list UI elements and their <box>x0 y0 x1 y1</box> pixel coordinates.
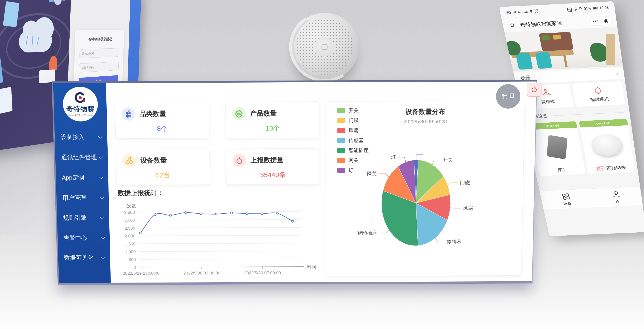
sidebar-item-label: 通讯组件管理 <box>61 153 97 161</box>
sidebar-item-label: 规则引擎 <box>63 214 87 222</box>
more-icon[interactable]: ••• <box>592 19 599 24</box>
svg-text:1,500: 1,500 <box>125 242 136 246</box>
svg-text:500: 500 <box>129 257 136 262</box>
status-time: 12:08 <box>599 6 609 10</box>
battery-percent: 91% <box>584 7 592 11</box>
satellite-icon <box>49 0 65 8</box>
chevron-right-icon: › <box>616 70 619 77</box>
sidebar-item-4[interactable]: 用户管理 <box>56 192 109 204</box>
stat-card: 产品数量13个 <box>226 102 320 138</box>
sim2-label: 4G <box>517 10 523 14</box>
pear-icon <box>232 154 246 167</box>
stat-card-head: 产品数量 <box>232 107 313 120</box>
stat-card-head: 上报数据量 <box>232 153 313 167</box>
signal-icon <box>512 10 516 15</box>
chevron-down-icon <box>101 255 105 259</box>
miniapp-title: 奇特物联智能家居 <box>520 18 590 28</box>
legend-label: 门磁 <box>349 117 359 124</box>
manage-badge[interactable]: 管理 <box>496 84 520 109</box>
svg-text:2,500: 2,500 <box>124 226 135 230</box>
chevron-down-icon <box>100 215 104 219</box>
svg-text:2022/5/29 23:00:00: 2022/5/29 23:00:00 <box>123 271 160 276</box>
device-card[interactable]: ONLINE阳台家庭网关 <box>579 119 635 174</box>
stat-card-head: 品类数量 <box>122 107 203 121</box>
brand-logo: 奇特物聯 IOTKIT <box>62 87 98 122</box>
power-icon <box>532 87 537 92</box>
stat-card-value: 13个 <box>232 124 313 133</box>
alarm-icon <box>573 7 577 12</box>
stat-card: 上报数据量35440条 <box>226 148 320 185</box>
tab-我[interactable]: 我 <box>590 187 643 207</box>
sidebar-item-5[interactable]: 规则引擎 <box>57 212 110 224</box>
svg-text:0: 0 <box>134 265 136 270</box>
line-chart-title: 数据上报统计： <box>118 188 164 198</box>
bell-icon <box>592 86 604 95</box>
tab-设备[interactable]: 设备 <box>540 189 593 210</box>
server-illustration <box>0 87 12 118</box>
sidebar-item-label: 用户管理 <box>62 194 86 202</box>
pie-label-风扇: 风扇 <box>463 205 473 211</box>
line-chart: 05001,0001,5002,0002,5003,0003,500次数时间20… <box>113 200 320 282</box>
gateway-device <box>590 133 624 156</box>
desk-illustration <box>39 70 56 83</box>
miniapp-capsule[interactable]: ••• ◉ <box>588 16 612 26</box>
stat-card-value: 8个 <box>122 124 203 134</box>
svg-text:次数: 次数 <box>127 203 136 208</box>
sidebar-item-7[interactable]: 数据可见化 <box>58 252 110 264</box>
logo-glyph-icon <box>74 92 86 104</box>
svg-text:时间: 时间 <box>307 264 316 269</box>
legend-item-门磁[interactable]: 门磁 <box>337 117 369 124</box>
pie-label-智能插座: 智能插座 <box>357 230 377 236</box>
battery-icon <box>592 6 598 10</box>
stat-card: 设备数量52台 <box>116 149 210 185</box>
cloud-icon <box>18 30 52 53</box>
chevron-down-icon <box>101 235 105 239</box>
home-icon <box>509 23 516 28</box>
sidebar-item-3[interactable]: App定制 <box>56 172 108 184</box>
sidebar-item-label: 告警中心 <box>64 234 87 242</box>
wifi-icon <box>529 10 534 14</box>
sidebar-item-6[interactable]: 告警中心 <box>58 232 110 244</box>
pie-label-灯: 灯 <box>391 154 396 160</box>
stat-card-head: 设备数量 <box>122 154 203 167</box>
close-circle-icon[interactable]: ◉ <box>604 18 609 23</box>
power-button[interactable] <box>527 83 542 97</box>
stat-card-value: 35440条 <box>233 170 313 180</box>
logo-title: 奇特物聯 <box>66 104 95 113</box>
svg-text:2022/5/30 03:00:00: 2022/5/30 03:00:00 <box>184 270 220 275</box>
device-label-row: 阳台家庭网关 <box>587 162 635 174</box>
password-input[interactable] <box>79 62 118 73</box>
plug-image <box>530 128 584 166</box>
sidebar-item-2[interactable]: 通讯组件管理 <box>55 151 108 163</box>
pie-label-网关: 网关 <box>367 171 377 177</box>
composite-scene: 奇特物联登录授权 登录 4G 4G 1.9K/s N <box>0 0 644 329</box>
logo-subtitle: IOTKIT <box>68 114 93 117</box>
svg-text:1,000: 1,000 <box>125 249 136 254</box>
speaker-logo <box>322 44 328 50</box>
sidebar-item-1[interactable]: 设备接入 <box>54 131 107 143</box>
legend-label: 开关 <box>349 107 359 114</box>
svg-text:3,500: 3,500 <box>124 210 135 215</box>
device-label-row: 座1 <box>537 164 586 176</box>
mode-button-2[interactable]: 睡眠模式 <box>572 81 625 107</box>
chevron-down-icon <box>99 155 103 159</box>
device-name: 家庭网关 <box>606 165 626 171</box>
chevron-down-icon <box>99 175 104 179</box>
mode-label: 家模式 <box>540 99 555 105</box>
cherries-icon <box>122 154 136 167</box>
login-title: 奇特物联登录授权 <box>80 36 120 42</box>
phone-tab-bar: 设备我 <box>540 186 642 210</box>
sidebar-item-label: App定制 <box>62 173 84 182</box>
home-photo <box>504 27 623 71</box>
plug-device <box>547 135 568 159</box>
chevron-down-icon <box>98 134 102 139</box>
account-input[interactable] <box>80 48 119 58</box>
location-tag: 阳台 <box>595 166 605 170</box>
home-button[interactable] <box>506 21 518 30</box>
legend-item-开关[interactable]: 开关 <box>337 107 369 114</box>
pie-label-开关: 开关 <box>443 157 453 163</box>
tab-label: 我 <box>614 199 620 204</box>
svg-text:2,000: 2,000 <box>124 234 135 238</box>
device-card[interactable]: ONLINE座1 <box>528 121 586 176</box>
signal-icon <box>524 10 528 14</box>
